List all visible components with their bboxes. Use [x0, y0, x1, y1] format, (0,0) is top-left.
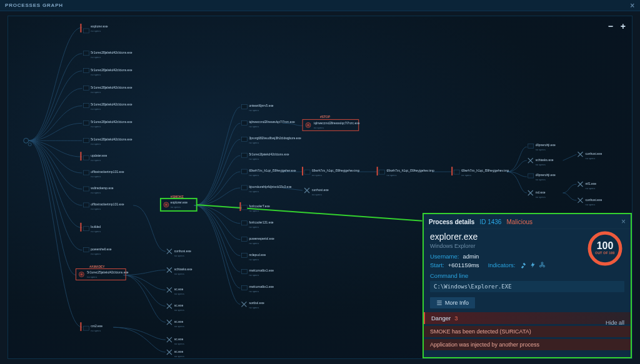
svg-text:bjsurskorahlp4djntsck33u3.exe: bjsurskorahlp4djntsck33u3.exe [249, 185, 291, 189]
svg-text:5r1urec28jalwkd42clcions.exe: 5r1urec28jalwkd42clcions.exe [91, 137, 132, 141]
svg-text:69wrh7zx_h1qc_l59heyjgehev.tmp: 69wrh7zx_h1qc_l59heyjgehev.tmp [312, 169, 359, 172]
svg-text:100: 100 [597, 240, 614, 251]
svg-rect-131 [528, 144, 534, 148]
svg-text:no specs: no specs [171, 205, 181, 209]
indicator-icons [520, 262, 546, 268]
svg-text:no specs: no specs [174, 272, 184, 275]
svg-text:sc.exe: sc.exe [174, 303, 184, 307]
panel-title: Process details [429, 219, 474, 225]
svg-text:no specs: no specs [91, 142, 101, 145]
warning-row-1[interactable]: SMOKE has been detected (SURICATA) [424, 326, 631, 337]
start-value: +601159ms [448, 262, 479, 268]
svg-rect-101 [241, 253, 247, 258]
svg-text:5r1urec28jalwkd42clcions.exe: 5r1urec28jalwkd42clcions.exe [91, 86, 132, 89]
more-info-button[interactable]: More Info [430, 297, 475, 308]
svg-text:no specs: no specs [174, 254, 184, 257]
svg-text:no specs: no specs [536, 195, 546, 199]
svg-text:no specs: no specs [91, 191, 101, 194]
svg-text:powershell.exe: powershell.exe [91, 247, 111, 251]
svg-text:no specs: no specs [249, 225, 259, 229]
svg-rect-24 [80, 152, 81, 160]
svg-rect-50 [83, 326, 89, 330]
svg-text:conhost.exe: conhost.exe [312, 188, 329, 192]
svg-rect-124 [379, 170, 385, 174]
svg-text:5r1urec28jalwkd42clcions.exe: 5r1urec28jalwkd42clcions.exe [91, 102, 132, 106]
svg-point-150 [543, 265, 545, 267]
svg-text:3pvvrg682lwudlbwj3lh2cldwgbore: 3pvvrg682lwudlbwj3lh2cldwgbore.exe [249, 136, 301, 140]
svg-text:5r1urec28jalwkd42clcions.exe: 5r1urec28jalwkd42clcions.exe [91, 120, 132, 124]
svg-point-149 [540, 265, 542, 267]
svg-rect-6 [83, 51, 89, 56]
smoke-node[interactable]: #SMOKE explorer.exe no specs [161, 195, 197, 211]
svg-rect-41 [83, 248, 89, 252]
svg-text:no specs: no specs [312, 174, 322, 177]
svg-text:no specs: no specs [249, 141, 259, 144]
list-icon [436, 300, 442, 306]
svg-rect-2 [80, 24, 81, 32]
svg-text:no specs: no specs [174, 342, 184, 345]
verdict-badge: Malicious [506, 219, 532, 225]
svg-text:onteanl6jnrv5.exe: onteanl6jnrv5.exe [249, 104, 273, 107]
svg-text:builded: builded [91, 225, 101, 229]
svg-text:no specs: no specs [249, 273, 259, 277]
commandline-value[interactable]: C:\Windows\Explorer.EXE [430, 281, 624, 292]
svg-text:69wrh7zx_h1qc_l59heyjgehev.tmp: 69wrh7zx_h1qc_l59heyjgehev.tmp [387, 169, 434, 172]
indicators-label: Indicators: [488, 262, 516, 268]
svg-rect-28 [83, 170, 89, 175]
svg-rect-76 [241, 121, 247, 125]
svg-text:no specs: no specs [91, 207, 101, 210]
svg-rect-88 [241, 185, 247, 190]
svg-rect-117 [302, 167, 303, 175]
svg-text:sc.exe: sc.exe [174, 287, 184, 291]
svg-text:no specs: no specs [174, 292, 184, 295]
panel-close-icon[interactable]: × [621, 217, 626, 226]
svg-text:no specs: no specs [536, 178, 546, 181]
svg-text:no specs: no specs [91, 73, 101, 76]
svg-text:explorer.exe: explorer.exe [171, 200, 188, 204]
svg-text:69wrh7zx_h1qc_l59heyjgehev.tmp: 69wrh7zx_h1qc_l59heyjgehev.tmp [461, 169, 509, 172]
svg-text:no specs: no specs [174, 325, 184, 328]
svg-text:dllpnerohji.exe: dllpnerohji.exe [536, 143, 556, 147]
svg-text:cnt2.exe: cnt2.exe [91, 324, 102, 328]
svg-text:no specs: no specs [249, 306, 259, 309]
danger-label: Danger [431, 315, 451, 322]
svg-rect-21 [83, 138, 89, 142]
svg-text:nclepud.exe: nclepud.exe [249, 253, 266, 257]
process-details-panel: Process details ID 1436 Malicious × expl… [422, 213, 632, 358]
title-text: PROCESSES GRAPH [5, 2, 63, 8]
svg-text:ntf1.exe: ntf1.exe [585, 182, 596, 185]
svg-rect-123 [377, 167, 378, 175]
svg-rect-136 [528, 174, 534, 178]
biohazard-icon [539, 262, 546, 268]
col1-nodes: explorer.exe no specs 5r1urec28jalwkd42c… [76, 24, 132, 332]
svg-text:no specs: no specs [91, 107, 101, 111]
danger-header[interactable]: Danger 3 [424, 312, 631, 324]
svg-line-58 [197, 205, 422, 221]
svg-text:no specs: no specs [91, 91, 101, 94]
svg-point-147 [542, 264, 544, 266]
svg-rect-49 [80, 322, 81, 331]
svg-rect-38 [83, 227, 89, 231]
svg-text:#AMADEY: #AMADEY [89, 265, 105, 268]
svg-text:no specs: no specs [249, 125, 259, 128]
svg-rect-85 [241, 169, 247, 174]
svg-point-1 [28, 143, 31, 146]
svg-text:no specs: no specs [91, 56, 101, 59]
svg-text:no specs: no specs [536, 163, 546, 166]
svg-text:sc.exe: sc.exe [174, 350, 184, 353]
warning-row-2[interactable]: Application was injected by another proc… [424, 339, 631, 350]
hide-all-link[interactable]: Hide all [606, 320, 624, 326]
svg-rect-95 [241, 221, 247, 225]
graph-canvas[interactable]: − + [8, 16, 632, 359]
svg-rect-31 [83, 187, 89, 191]
svg-text:no specs: no specs [585, 187, 595, 190]
svg-point-148 [542, 262, 544, 264]
svg-text:no specs: no specs [91, 252, 101, 255]
svg-text:no specs: no specs [249, 209, 259, 212]
svg-text:officetrackertrnp131.exe: officetrackertrnp131.exe [91, 170, 124, 174]
svg-text:sc.exe: sc.exe [174, 337, 184, 341]
svg-text:no specs: no specs [91, 29, 101, 32]
svg-rect-37 [80, 223, 81, 232]
svg-rect-73 [241, 104, 247, 109]
close-icon[interactable]: × [630, 1, 635, 10]
